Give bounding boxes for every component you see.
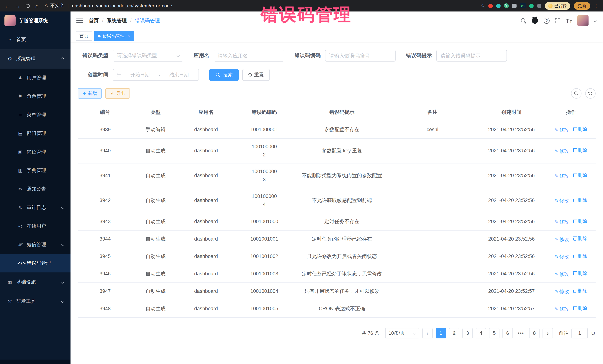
url-text[interactable]: dashboard.yudao.iocoder.cn/system/error-… bbox=[72, 3, 172, 8]
page-button-1[interactable]: 1 bbox=[436, 328, 446, 338]
tab-0[interactable]: 首页 bbox=[76, 31, 92, 41]
cell-code: 1001000002 bbox=[233, 138, 295, 163]
page-button-4[interactable]: 4 bbox=[476, 328, 486, 338]
cell-time: 2021-04-20 23:52:56 bbox=[476, 230, 546, 248]
sidebar-item-4[interactable]: ≡菜单管理 bbox=[0, 106, 70, 124]
extension-icon[interactable] bbox=[529, 3, 533, 8]
edit-link[interactable]: ✎修改 bbox=[555, 235, 569, 243]
delete-link[interactable]: 删除 bbox=[573, 196, 587, 204]
edit-link[interactable]: ✎修改 bbox=[555, 253, 569, 261]
paused-chip[interactable]: 已暂停 bbox=[545, 2, 570, 10]
sidebar-item-9[interactable]: ✎审计日志 bbox=[0, 198, 70, 217]
sidebar-item-5[interactable]: ▤部门管理 bbox=[0, 124, 70, 143]
refresh-icon bbox=[248, 73, 252, 77]
delete-link[interactable]: 删除 bbox=[573, 269, 587, 277]
goto-page-input[interactable] bbox=[571, 328, 588, 338]
page-button-5[interactable]: 5 bbox=[489, 328, 499, 338]
edit-icon: ✎ bbox=[555, 126, 558, 134]
security-chip[interactable]: ⚠ 不安全 bbox=[44, 3, 64, 9]
back-icon[interactable]: ← bbox=[4, 3, 10, 9]
error-code-input[interactable] bbox=[329, 53, 392, 58]
update-button[interactable]: 更新 bbox=[574, 2, 590, 10]
edit-link[interactable]: ✎修改 bbox=[555, 270, 569, 278]
page-ellipsis[interactable]: ••• bbox=[516, 328, 526, 338]
prev-page-button[interactable]: ‹ bbox=[422, 328, 433, 338]
browser-menu-icon[interactable]: ⋮ bbox=[594, 3, 599, 9]
app-logo[interactable]: 芋道管理系统 bbox=[0, 11, 70, 30]
close-icon[interactable]: × bbox=[127, 33, 130, 39]
font-size-icon[interactable]: TT bbox=[566, 18, 572, 23]
app-name-input[interactable] bbox=[218, 53, 280, 58]
sidebar-item-6[interactable]: ▣岗位管理 bbox=[0, 143, 70, 161]
chevron-down-icon[interactable] bbox=[594, 19, 597, 22]
date-range-picker[interactable]: 开始日期 - 结束日期 bbox=[113, 69, 199, 81]
cell-id: 3940 bbox=[78, 138, 132, 163]
delete-link[interactable]: 删除 bbox=[573, 217, 587, 225]
page-size-select[interactable]: 10条/页 bbox=[385, 328, 419, 338]
forward-icon[interactable]: → bbox=[15, 3, 20, 9]
page-button-3[interactable]: 3 bbox=[462, 328, 473, 338]
sidebar-item-12[interactable]: </>错误码管理 bbox=[0, 254, 70, 272]
search-icon[interactable] bbox=[521, 18, 526, 23]
delete-link[interactable]: 删除 bbox=[573, 287, 587, 295]
browser-home-icon[interactable]: ⌂ bbox=[35, 3, 38, 9]
sidebar-item-10[interactable]: ◎在线用户 bbox=[0, 217, 70, 235]
pin-icon[interactable] bbox=[537, 3, 541, 8]
sidebar-item-14[interactable]: ⚒研发工具 bbox=[0, 292, 70, 311]
cell-time: 2021-04-20 23:52:57 bbox=[476, 300, 546, 317]
reset-button[interactable]: 重置 bbox=[242, 69, 270, 81]
cell-hint: 定时任务已经处于该状态，无需修改 bbox=[295, 265, 389, 282]
edit-link[interactable]: ✎修改 bbox=[555, 287, 569, 296]
sidebar-item-1[interactable]: ⚙系统管理 bbox=[0, 49, 70, 69]
edit-link[interactable]: ✎修改 bbox=[555, 126, 569, 134]
sidebar-item-11[interactable]: ☏短信管理 bbox=[0, 235, 70, 254]
sidebar-item-0[interactable]: ⌂首页 bbox=[0, 30, 70, 49]
sidebar-toggle-button[interactable] bbox=[70, 11, 89, 30]
delete-link[interactable]: 删除 bbox=[573, 171, 587, 179]
delete-link[interactable]: 删除 bbox=[573, 252, 587, 260]
refresh-table-button[interactable] bbox=[585, 88, 596, 99]
delete-link[interactable]: 删除 bbox=[573, 234, 587, 243]
delete-link[interactable]: 删除 bbox=[573, 304, 587, 312]
cell-code: 1001001001 bbox=[233, 230, 295, 248]
vue-devtools-icon[interactable]: V bbox=[504, 3, 509, 8]
error-hint-input[interactable] bbox=[441, 53, 503, 58]
sidebar-item-13[interactable]: ▦基础设施 bbox=[0, 272, 70, 292]
extension-badge[interactable]: on bbox=[520, 3, 526, 8]
sidebar-item-2[interactable]: ♟用户管理 bbox=[0, 69, 70, 87]
user-avatar[interactable] bbox=[577, 15, 589, 26]
search-button[interactable]: 搜索 bbox=[209, 69, 239, 81]
reload-icon[interactable] bbox=[26, 4, 30, 8]
breadcrumb-item-1[interactable]: 系统管理 bbox=[107, 17, 127, 24]
tab-1[interactable]: 错误码管理× bbox=[94, 31, 134, 41]
edit-link[interactable]: ✎修改 bbox=[555, 147, 569, 155]
edit-link[interactable]: ✎修改 bbox=[555, 305, 569, 313]
breadcrumb-item-0[interactable]: 首页 bbox=[89, 17, 99, 24]
sidebar-item-8[interactable]: ✉通知公告 bbox=[0, 180, 70, 198]
bookmark-star-icon[interactable]: ☆ bbox=[481, 3, 485, 9]
puzzle-icon[interactable] bbox=[512, 3, 516, 8]
next-page-button[interactable]: › bbox=[543, 328, 553, 338]
edit-link[interactable]: ✎修改 bbox=[555, 218, 569, 226]
chevron-down-icon bbox=[61, 300, 64, 303]
export-button[interactable]: 导出 bbox=[105, 88, 130, 99]
help-icon[interactable]: ? bbox=[544, 18, 550, 23]
github-icon[interactable] bbox=[532, 17, 538, 24]
page-button-6[interactable]: 6 bbox=[502, 328, 513, 338]
delete-link[interactable]: 删除 bbox=[573, 125, 587, 133]
sidebar-item-7[interactable]: ▥字典管理 bbox=[0, 161, 70, 180]
delete-link[interactable]: 删除 bbox=[573, 146, 587, 154]
extension-icon[interactable] bbox=[488, 3, 493, 8]
error-type-select[interactable]: 请选择错误码类型 bbox=[113, 50, 183, 62]
edit-link[interactable]: ✎修改 bbox=[555, 172, 569, 180]
sidebar-footer bbox=[0, 360, 70, 364]
add-button[interactable]: + 新增 bbox=[78, 88, 102, 99]
sidebar-item-label: 错误码管理 bbox=[27, 260, 51, 266]
fullscreen-icon[interactable] bbox=[555, 18, 560, 23]
sidebar-item-3[interactable]: ⚑角色管理 bbox=[0, 87, 70, 106]
page-button-2[interactable]: 2 bbox=[449, 328, 459, 338]
toggle-search-button[interactable] bbox=[571, 88, 581, 99]
extension-icon[interactable] bbox=[496, 3, 500, 8]
edit-link[interactable]: ✎修改 bbox=[555, 197, 569, 205]
page-button-8[interactable]: 8 bbox=[529, 328, 540, 338]
